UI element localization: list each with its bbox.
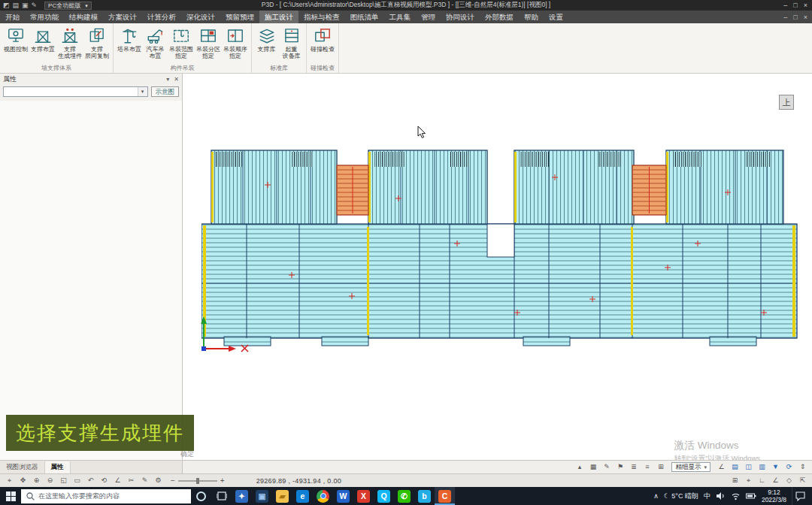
measure-angle-icon[interactable]: ∠ (111, 475, 124, 486)
taskbar-app-c[interactable]: C (435, 487, 455, 505)
zoom-window-icon[interactable]: ▭ (71, 475, 83, 486)
ribbon-button-视图控制[interactable]: 视图控制 (2, 25, 29, 64)
minimize-button[interactable]: – (783, 2, 787, 9)
ribbon-button-碰撞检查[interactable]: 碰撞检查 (309, 25, 336, 64)
tray-expand-icon[interactable]: ∧ (653, 492, 659, 500)
child-minimize-button[interactable]: – (783, 14, 787, 21)
ribbon-button-吊装范围指定[interactable]: 吊装范围 指定 (168, 25, 195, 64)
dock-icon[interactable]: ▾ (166, 76, 169, 83)
tab-结构建模[interactable]: 结构建模 (64, 11, 103, 23)
tab-帮助[interactable]: 帮助 (519, 11, 544, 23)
panel-tab-视图浏览器[interactable]: 视图浏览器 (0, 461, 45, 473)
ribbon-button-支撑生成埋件[interactable]: 支撑 生成埋件 (56, 25, 83, 64)
collapse-icon[interactable]: ▴ (573, 461, 586, 473)
taskbar-app-mail[interactable]: ▣ (252, 487, 272, 505)
polar-toggle-icon[interactable]: ∠ (769, 475, 782, 486)
zoom-extents-icon[interactable]: ◱ (57, 475, 70, 486)
taskbar-wechat[interactable]: ✆ (394, 487, 414, 505)
save-icon[interactable]: ▣ (22, 2, 29, 9)
north-compass-button[interactable]: 上 (779, 95, 794, 110)
pan-icon[interactable]: ✥ (17, 475, 29, 486)
zoom-out-symbol[interactable]: − (171, 476, 175, 485)
display-mode-select[interactable]: 精细显示▾ (671, 462, 710, 472)
ribbon-button-起重设备库[interactable]: 起重 设备库 (279, 25, 304, 64)
zoom-slider[interactable]: − + (171, 476, 225, 485)
chevron-down-icon[interactable]: ▾ (138, 87, 147, 96)
taskbar-app-store[interactable]: ✦ (232, 487, 252, 505)
tab-协同设计[interactable]: 协同设计 (441, 11, 480, 23)
tab-图纸清单[interactable]: 图纸清单 (345, 11, 384, 23)
chart-icon[interactable]: ▥ (756, 461, 768, 473)
tab-方案设计[interactable]: 方案设计 (103, 11, 142, 23)
measure-icon[interactable]: ∠ (715, 461, 728, 473)
ribbon-button-塔吊布置[interactable]: 塔吊布置 (116, 25, 143, 64)
weather-widget[interactable]: ☾ 5°C 晴朗 (664, 491, 698, 501)
tab-开始[interactable]: 开始 (0, 11, 25, 23)
ribbon-button-汽车吊布置[interactable]: 汽车吊 布置 (143, 25, 168, 64)
taskbar-qq[interactable]: Q (374, 487, 394, 505)
zoom-in-icon[interactable]: ⊕ (30, 475, 43, 486)
grid-toggle-icon[interactable]: ⊞ (729, 475, 741, 486)
child-close-button[interactable]: × (804, 14, 807, 21)
select-icon[interactable]: ⌖ (3, 475, 16, 486)
grid-icon[interactable]: ⊞ (654, 461, 667, 473)
redline-icon[interactable]: ✎ (138, 475, 151, 486)
tab-外部数据[interactable]: 外部数据 (480, 11, 519, 23)
snap-toggle-icon[interactable]: ⌖ (742, 475, 755, 486)
maximize-button[interactable]: □ (793, 2, 797, 9)
child-restore-button[interactable]: □ (793, 14, 797, 21)
ime-indicator[interactable]: 中 (704, 491, 710, 501)
floor-plan[interactable] (201, 146, 801, 350)
close-button[interactable]: × (804, 2, 807, 9)
annotate-icon[interactable]: ✎ (32, 2, 38, 9)
taskbar-edge-browser[interactable]: e (292, 487, 313, 505)
taskbar-bilibili[interactable]: b (414, 487, 435, 505)
regen-icon[interactable]: ⟲ (98, 475, 111, 486)
taskbar-word[interactable]: W (333, 487, 353, 505)
previous-view-icon[interactable]: ↶ (84, 475, 97, 486)
filter-icon[interactable]: ▼ (769, 461, 782, 473)
zoom-handle[interactable] (196, 478, 199, 484)
tab-预留预埋[interactable]: 预留预埋 (220, 11, 259, 23)
ribbon-button-吊装顺序指定[interactable]: 吊装顺序 指定 (222, 25, 249, 64)
ribbon-button-吊装分区指定[interactable]: 吊装分区 指定 (195, 25, 222, 64)
taskbar-clock[interactable]: 9:122022/3/8 (762, 488, 786, 503)
annotate-icon[interactable]: ✎ (600, 461, 613, 473)
property-combobox[interactable]: ▾ (3, 86, 148, 97)
frame-icon[interactable]: ▦ (586, 461, 599, 473)
edition-select[interactable]: PC全功能版▾ (44, 2, 92, 10)
ribbon-button-支撑库[interactable]: 支撑库 (254, 25, 279, 64)
osnap-toggle-icon[interactable]: ◇ (783, 475, 795, 486)
layers-icon[interactable]: ▤ (729, 461, 741, 473)
tab-指标与检查[interactable]: 指标与检查 (298, 11, 345, 23)
tab-深化设计[interactable]: 深化设计 (181, 11, 220, 23)
model-views-icon[interactable]: ◫ (742, 461, 755, 473)
panel-tab-属性[interactable]: 属性 (45, 461, 71, 473)
battery-icon[interactable] (746, 492, 756, 500)
ribbon-button-支撑层间复制[interactable]: 支撑 层间复制 (83, 25, 111, 64)
tab-施工设计[interactable]: 施工设计 (259, 11, 298, 23)
close-panel-icon[interactable]: ✕ (174, 76, 179, 83)
drawing-canvas[interactable]: 上 激活 Windows 转到“设置”以激活 Windows。 (183, 74, 812, 460)
flag-icon[interactable]: ⚑ (614, 461, 626, 473)
expand-icon[interactable]: ⇕ (796, 461, 809, 473)
taskbar-search-box[interactable]: 在这里输入你要搜索的内容 (21, 489, 191, 503)
settings-icon[interactable]: ⚙ (152, 475, 165, 486)
zoom-out-icon[interactable]: ⊖ (44, 475, 56, 486)
ribbon-button-支撑布置[interactable]: 支撑布置 (29, 25, 56, 64)
zoom-track[interactable] (178, 480, 217, 482)
dynamic-input-icon[interactable]: ⇱ (796, 475, 809, 486)
app-logo-icon[interactable]: ◩ (3, 2, 10, 9)
tab-设置[interactable]: 设置 (544, 11, 568, 23)
clip-icon[interactable]: ✂ (125, 475, 138, 486)
taskbar-file-explorer[interactable]: ▰ (272, 487, 292, 505)
tab-管理[interactable]: 管理 (416, 11, 441, 23)
tab-工具集[interactable]: 工具集 (384, 11, 417, 23)
network-icon[interactable] (731, 491, 741, 500)
zoom-in-symbol[interactable]: + (220, 476, 225, 485)
vtext-icon[interactable]: ≣ (627, 461, 640, 473)
open-icon[interactable]: ▤ (13, 2, 20, 9)
list-icon[interactable]: ≡ (641, 461, 653, 473)
tab-常用功能[interactable]: 常用功能 (25, 11, 64, 23)
sync-icon[interactable]: ⟳ (783, 461, 795, 473)
